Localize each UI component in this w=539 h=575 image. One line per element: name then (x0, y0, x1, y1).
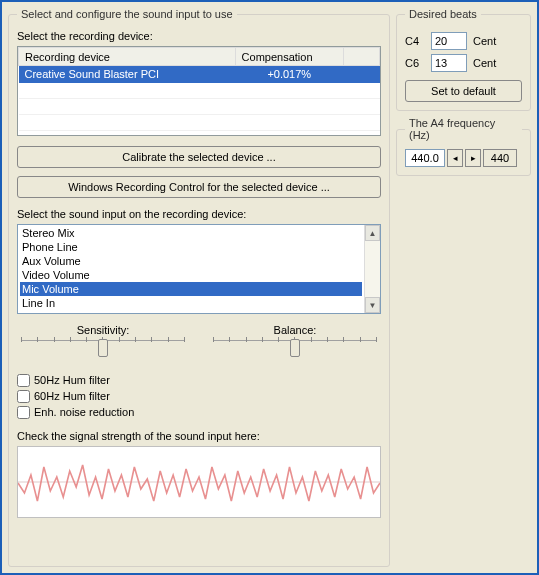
calibrate-button[interactable]: Calibrate the selected device ... (17, 146, 381, 168)
c6-unit: Cent (473, 57, 496, 69)
col-spacer (343, 48, 379, 66)
sound-input-list[interactable]: Stereo Mix Phone Line Aux Volume Video V… (17, 224, 381, 314)
scroll-down-icon[interactable]: ▼ (365, 297, 380, 313)
balance-slider[interactable] (213, 340, 377, 362)
table-row[interactable] (19, 83, 380, 99)
a4-legend: The A4 frequency (Hz) (405, 117, 522, 141)
list-item[interactable]: Phone Line (20, 240, 362, 254)
sensitivity-label: Sensitivity: (17, 324, 189, 336)
c6-input[interactable] (431, 54, 467, 72)
sound-input-legend: Select and configure the sound input to … (17, 8, 237, 20)
filter-60hz[interactable]: 60Hz Hum filter (17, 388, 381, 404)
enh-noise[interactable]: Enh. noise reduction (17, 404, 381, 420)
cell-comp: +0.017% (235, 66, 343, 83)
sound-input-label: Select the sound input on the recording … (17, 208, 381, 220)
a4-down-button[interactable]: ◂ (447, 149, 463, 167)
sensitivity-slider[interactable] (21, 340, 185, 362)
set-default-button[interactable]: Set to default (405, 80, 522, 102)
scroll-up-icon[interactable]: ▲ (365, 225, 380, 241)
signal-strength-label: Check the signal strength of the sound i… (17, 430, 381, 442)
cell-device: Creative Sound Blaster PCI (19, 66, 236, 83)
list-item[interactable]: Stereo Mix (20, 226, 362, 240)
recording-device-table[interactable]: Recording device Compensation Creative S… (17, 46, 381, 136)
chevron-left-icon: ◂ (453, 153, 458, 163)
signal-display (17, 446, 381, 518)
c4-unit: Cent (473, 35, 496, 47)
c6-label: C6 (405, 57, 425, 69)
scrollbar[interactable]: ▲ ▼ (364, 225, 380, 313)
table-row[interactable] (19, 115, 380, 131)
desired-beats-group: Desired beats C4 Cent C6 Cent Set to def… (396, 8, 531, 111)
col-recording-device[interactable]: Recording device (19, 48, 236, 66)
recording-device-label: Select the recording device: (17, 30, 381, 42)
sensitivity-thumb[interactable] (98, 339, 108, 357)
table-row[interactable] (19, 99, 380, 115)
balance-thumb[interactable] (290, 339, 300, 357)
scroll-track[interactable] (365, 241, 380, 297)
list-item[interactable]: Aux Volume (20, 254, 362, 268)
a4-up-button[interactable]: ▸ (465, 149, 481, 167)
c4-label: C4 (405, 35, 425, 47)
sound-input-group: Select and configure the sound input to … (8, 8, 390, 567)
list-item[interactable]: Mic Volume (20, 282, 362, 296)
enh-noise-checkbox[interactable] (17, 406, 30, 419)
filter-60hz-checkbox[interactable] (17, 390, 30, 403)
filter-50hz[interactable]: 50Hz Hum filter (17, 372, 381, 388)
list-item[interactable]: Video Volume (20, 268, 362, 282)
c4-input[interactable] (431, 32, 467, 50)
col-compensation[interactable]: Compensation (235, 48, 343, 66)
a4-input[interactable] (405, 149, 445, 167)
desired-beats-legend: Desired beats (405, 8, 481, 20)
filter-50hz-checkbox[interactable] (17, 374, 30, 387)
list-item[interactable]: Line In (20, 296, 362, 310)
a4-frequency-group: The A4 frequency (Hz) ◂ ▸ 440 (396, 117, 531, 176)
rec-control-button[interactable]: Windows Recording Control for the select… (17, 176, 381, 198)
a4-display: 440 (483, 149, 517, 167)
table-row[interactable]: Creative Sound Blaster PCI +0.017% (19, 66, 380, 83)
balance-label: Balance: (209, 324, 381, 336)
chevron-right-icon: ▸ (471, 153, 476, 163)
